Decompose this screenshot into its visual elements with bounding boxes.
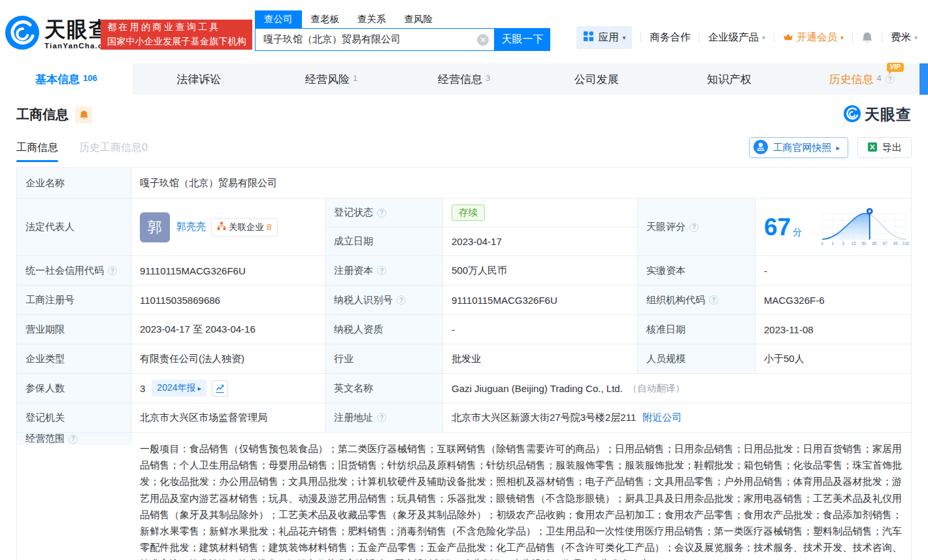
- legal-rep-cell: 郭 郭亮亮 关联企业 8: [131, 199, 325, 255]
- tab-label: 历史信息: [829, 72, 873, 87]
- table-row: 参保人数 3 2024年报 ▸ 英文名称 Gazi Jiuguan (Beiji…: [17, 374, 911, 403]
- brand-slogan: 都在用的商业查询工具 国家中小企业发展子基金旗下机构: [101, 20, 252, 50]
- legal-rep-name-link[interactable]: 郭亮亮: [176, 221, 206, 233]
- tab-basic-info[interactable]: 基本信息 106: [0, 63, 133, 95]
- question-icon[interactable]: ?: [69, 435, 78, 444]
- search-tab-relation[interactable]: 查关系: [357, 10, 386, 28]
- paid-capital-label: 实缴资本: [638, 256, 755, 285]
- svg-text:100: 100: [903, 241, 910, 246]
- industry-label: 行业: [325, 344, 443, 373]
- apps-label: 应用: [598, 31, 618, 44]
- company-type-label: 企业类型: [17, 344, 131, 373]
- svg-text:99: 99: [893, 241, 897, 246]
- svg-text:1: 1: [831, 241, 834, 246]
- search-tab-risk[interactable]: 查风险: [405, 10, 433, 28]
- section-header: 工商信息 天眼查: [0, 95, 928, 125]
- search-submit-button[interactable]: 天眼一下: [495, 28, 550, 51]
- vip-badge: VIP: [887, 63, 904, 72]
- tab-label: 经营信息: [438, 72, 482, 87]
- tab-label: 公司发展: [574, 72, 619, 87]
- nearby-companies-link[interactable]: 附近公司: [642, 412, 682, 424]
- tab-legal-litigation[interactable]: 法律诉讼: [133, 63, 265, 95]
- nav-cooperation[interactable]: 商务合作: [650, 31, 690, 44]
- english-name-cell: Gazi Jiuguan (Beijing) Trading Co., Ltd.…: [443, 374, 911, 403]
- tab-company-development[interactable]: 公司发展: [530, 63, 663, 95]
- user-menu[interactable]: 费米 ▾: [891, 31, 918, 44]
- reg-status-label: 登记状态?: [325, 199, 443, 227]
- score-cell[interactable]: 67 分: [755, 199, 911, 255]
- question-icon[interactable]: ?: [377, 208, 386, 218]
- chevron-down-icon: ▾: [840, 34, 844, 41]
- section-title: 工商信息: [16, 106, 69, 124]
- status-badge: 存续: [452, 205, 485, 221]
- company-type-value: 有限责任公司(法人独资): [131, 344, 325, 373]
- question-icon[interactable]: ?: [689, 223, 699, 232]
- tianyancha-logo[interactable]: 天眼查 TianYanCha.com: [5, 16, 116, 52]
- question-icon[interactable]: ?: [377, 266, 386, 275]
- main-nav-tabs: 基本信息 106 法律诉讼 经营风险 1 经营信息 3 公司发展 知识产权 历史…: [0, 63, 928, 95]
- tianyancha-logo-icon: [5, 16, 39, 52]
- svg-text:0: 0: [821, 241, 823, 246]
- reg-status-cell: 存续: [443, 199, 638, 227]
- search-tab-boss[interactable]: 查老板: [311, 10, 340, 28]
- chevron-down-icon: ▾: [762, 34, 765, 41]
- apps-menu[interactable]: 应用 ▾: [576, 26, 632, 49]
- tab-intellectual-property[interactable]: 知识产权: [663, 63, 795, 95]
- search-tab-company[interactable]: 查公司: [255, 10, 302, 28]
- export-label: 导出: [882, 142, 902, 154]
- question-icon[interactable]: ?: [108, 266, 117, 275]
- subtab-business-registration[interactable]: 工商信息: [16, 141, 58, 155]
- business-scope-label: 经营范围?: [17, 433, 131, 445]
- credit-code-label: 统一社会信用代码?: [17, 256, 131, 285]
- table-row: 工商注册号 110115035869686 纳税人识别号? 91110115MA…: [17, 286, 911, 315]
- export-button[interactable]: 导出: [857, 137, 912, 158]
- top-header: 天眼查 TianYanCha.com 都在用的商业查询工具 国家中小企业发展子基…: [0, 0, 928, 63]
- vip-label: 开通会员: [797, 31, 837, 44]
- english-name-label: 英文名称: [325, 374, 443, 403]
- insured-cell: 3 2024年报 ▸: [131, 374, 325, 403]
- insured-trend-chart-button[interactable]: [212, 380, 228, 397]
- legal-rep-label: 法定代表人: [17, 199, 131, 255]
- reg-authority-label: 登记机关: [17, 403, 131, 432]
- divider: [882, 33, 882, 42]
- search-input[interactable]: [256, 29, 494, 50]
- nav-open-vip[interactable]: 开通会员 ▾: [783, 31, 844, 44]
- tab-label: 经营风险: [305, 72, 350, 87]
- divider: [852, 33, 853, 42]
- question-icon[interactable]: ?: [709, 295, 718, 305]
- clear-search-icon[interactable]: ✕: [477, 34, 489, 46]
- english-name-value: Gazi Jiuguan (Beijing) Trading Co., Ltd.: [452, 383, 623, 394]
- table-row: 企业名称 嘎子玖馆（北京）贸易有限公司: [17, 168, 911, 199]
- notification-bell-icon[interactable]: [861, 31, 873, 44]
- related-companies-badge[interactable]: 关联企业 8: [211, 218, 278, 237]
- reg-number-label: 工商注册号: [17, 286, 131, 314]
- staff-size-label: 人员规模: [638, 344, 755, 373]
- legal-rep-avatar[interactable]: 郭: [140, 212, 170, 242]
- reg-address-value: 北京市大兴区新源大街27号院3号楼2层211: [452, 412, 636, 424]
- tab-business-info[interactable]: 经营信息 3: [398, 63, 531, 95]
- stamp-icon: [754, 140, 768, 156]
- scrollbar-thumb[interactable]: [920, 63, 928, 95]
- question-icon[interactable]: ?: [886, 74, 895, 84]
- monitor-bell-icon[interactable]: [75, 107, 92, 124]
- status-date-group: 登记状态? 存续 成立日期 2023-04-17: [325, 199, 638, 255]
- tab-history-info[interactable]: 历史信息 4 ? VIP: [795, 63, 928, 95]
- tab-label: 基本信息: [35, 72, 80, 87]
- question-icon[interactable]: ?: [377, 413, 386, 422]
- nav-enterprise[interactable]: 企业级产品 ▾: [708, 31, 765, 44]
- business-term-value: 2023-04-17 至 2043-04-16: [131, 315, 325, 344]
- subtab-history-registration[interactable]: 历史工商信息0: [79, 141, 148, 155]
- staff-size-value: 小于50人: [755, 344, 911, 373]
- official-snapshot-button[interactable]: 工商官网快照 ▸: [749, 137, 848, 158]
- excel-icon: [867, 142, 878, 154]
- table-row: 企业类型 有限责任公司(法人独资) 行业 批发业 人员规模 小于50人: [17, 344, 911, 374]
- tab-label: 法律诉讼: [176, 72, 221, 87]
- taxpayer-id-value: 91110115MACG326F6U: [443, 286, 638, 314]
- chevron-right-icon: ▸: [198, 384, 202, 393]
- annual-report-badge[interactable]: 2024年报 ▸: [152, 380, 207, 397]
- tab-operating-risk[interactable]: 经营风险 1: [265, 63, 398, 95]
- org-code-value: MACG326F-6: [755, 286, 911, 314]
- question-icon[interactable]: ?: [397, 295, 406, 305]
- business-term-label: 营业期限: [17, 315, 131, 344]
- svg-text:3: 3: [842, 241, 844, 246]
